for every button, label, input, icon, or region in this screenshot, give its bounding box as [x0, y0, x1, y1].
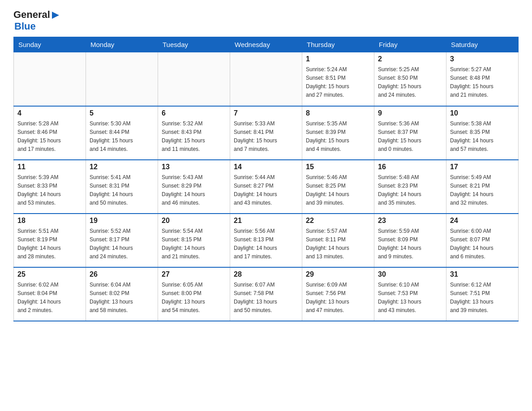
calendar-cell: 28Sunrise: 6:07 AM Sunset: 7:58 PM Dayli… [230, 267, 302, 321]
day-info: Sunrise: 5:46 AM Sunset: 8:25 PM Dayligh… [306, 174, 349, 206]
calendar-cell: 1Sunrise: 5:24 AM Sunset: 8:51 PM Daylig… [302, 52, 374, 106]
svg-marker-0 [52, 12, 59, 19]
day-number: 4 [17, 109, 82, 117]
day-number: 16 [378, 163, 442, 171]
calendar-cell: 11Sunrise: 5:39 AM Sunset: 8:33 PM Dayli… [14, 160, 86, 214]
day-info: Sunrise: 6:00 AM Sunset: 8:07 PM Dayligh… [450, 228, 493, 260]
day-number: 22 [306, 217, 370, 225]
day-info: Sunrise: 5:48 AM Sunset: 8:23 PM Dayligh… [378, 174, 421, 206]
day-number: 28 [234, 270, 298, 278]
day-number: 29 [306, 270, 370, 278]
weekday-header-saturday: Saturday [446, 37, 519, 52]
calendar-week-row: 11Sunrise: 5:39 AM Sunset: 8:33 PM Dayli… [14, 160, 519, 214]
day-number: 6 [162, 109, 226, 117]
weekday-header-wednesday: Wednesday [230, 37, 302, 52]
calendar-cell: 14Sunrise: 5:44 AM Sunset: 8:27 PM Dayli… [230, 160, 302, 214]
day-info: Sunrise: 5:36 AM Sunset: 8:37 PM Dayligh… [378, 120, 421, 152]
day-number: 30 [378, 270, 442, 278]
calendar-week-row: 18Sunrise: 5:51 AM Sunset: 8:19 PM Dayli… [14, 214, 519, 267]
calendar-week-row: 4Sunrise: 5:28 AM Sunset: 8:46 PM Daylig… [14, 106, 519, 160]
calendar-cell: 24Sunrise: 6:00 AM Sunset: 8:07 PM Dayli… [446, 214, 519, 267]
calendar-cell: 12Sunrise: 5:41 AM Sunset: 8:31 PM Dayli… [86, 160, 158, 214]
day-number: 8 [306, 109, 370, 117]
calendar-cell: 9Sunrise: 5:36 AM Sunset: 8:37 PM Daylig… [374, 106, 446, 160]
calendar-cell: 26Sunrise: 6:04 AM Sunset: 8:02 PM Dayli… [86, 267, 158, 321]
calendar-cell: 19Sunrise: 5:52 AM Sunset: 8:17 PM Dayli… [86, 214, 158, 267]
day-info: Sunrise: 5:56 AM Sunset: 8:13 PM Dayligh… [234, 228, 277, 260]
day-number: 19 [90, 217, 154, 225]
day-number: 11 [17, 163, 82, 171]
day-info: Sunrise: 5:41 AM Sunset: 8:31 PM Dayligh… [90, 174, 133, 206]
day-info: Sunrise: 6:07 AM Sunset: 7:58 PM Dayligh… [234, 282, 277, 313]
day-number: 27 [162, 270, 226, 278]
calendar-cell: 13Sunrise: 5:43 AM Sunset: 8:29 PM Dayli… [158, 160, 230, 214]
calendar-cell [230, 52, 302, 106]
calendar-cell: 25Sunrise: 6:02 AM Sunset: 8:04 PM Dayli… [14, 267, 86, 321]
calendar-cell: 3Sunrise: 5:27 AM Sunset: 8:48 PM Daylig… [446, 52, 519, 106]
day-number: 13 [162, 163, 226, 171]
day-info: Sunrise: 5:33 AM Sunset: 8:41 PM Dayligh… [234, 120, 277, 152]
day-info: Sunrise: 5:32 AM Sunset: 8:43 PM Dayligh… [162, 120, 205, 152]
day-number: 3 [450, 55, 515, 63]
day-number: 15 [306, 163, 370, 171]
weekday-header-thursday: Thursday [302, 37, 374, 52]
day-info: Sunrise: 5:24 AM Sunset: 8:51 PM Dayligh… [306, 66, 349, 98]
weekday-header-tuesday: Tuesday [158, 37, 230, 52]
day-info: Sunrise: 6:02 AM Sunset: 8:04 PM Dayligh… [17, 282, 61, 313]
day-number: 2 [378, 55, 442, 63]
calendar-cell: 4Sunrise: 5:28 AM Sunset: 8:46 PM Daylig… [14, 106, 86, 160]
day-info: Sunrise: 6:04 AM Sunset: 8:02 PM Dayligh… [90, 282, 133, 313]
page-header: General Blue [13, 9, 519, 32]
calendar-cell [86, 52, 158, 106]
weekday-header-sunday: Sunday [14, 37, 86, 52]
day-info: Sunrise: 5:38 AM Sunset: 8:35 PM Dayligh… [450, 120, 493, 152]
day-number: 5 [90, 109, 154, 117]
day-number: 9 [378, 109, 442, 117]
calendar-cell: 16Sunrise: 5:48 AM Sunset: 8:23 PM Dayli… [374, 160, 446, 214]
day-number: 17 [450, 163, 515, 171]
day-info: Sunrise: 6:09 AM Sunset: 7:56 PM Dayligh… [306, 282, 349, 313]
logo-general: General [13, 9, 50, 21]
calendar-cell: 21Sunrise: 5:56 AM Sunset: 8:13 PM Dayli… [230, 214, 302, 267]
day-number: 10 [450, 109, 515, 117]
day-number: 26 [90, 270, 154, 278]
day-info: Sunrise: 5:49 AM Sunset: 8:21 PM Dayligh… [450, 174, 493, 206]
calendar-cell: 31Sunrise: 6:12 AM Sunset: 7:51 PM Dayli… [446, 267, 519, 321]
calendar-cell: 7Sunrise: 5:33 AM Sunset: 8:41 PM Daylig… [230, 106, 302, 160]
day-number: 7 [234, 109, 298, 117]
calendar-cell: 8Sunrise: 5:35 AM Sunset: 8:39 PM Daylig… [302, 106, 374, 160]
weekday-header-monday: Monday [86, 37, 158, 52]
day-number: 20 [162, 217, 226, 225]
day-number: 12 [90, 163, 154, 171]
calendar-cell: 20Sunrise: 5:54 AM Sunset: 8:15 PM Dayli… [158, 214, 230, 267]
day-info: Sunrise: 5:39 AM Sunset: 8:33 PM Dayligh… [17, 174, 61, 206]
calendar-cell: 29Sunrise: 6:09 AM Sunset: 7:56 PM Dayli… [302, 267, 374, 321]
day-info: Sunrise: 6:12 AM Sunset: 7:51 PM Dayligh… [450, 282, 493, 313]
calendar-cell: 10Sunrise: 5:38 AM Sunset: 8:35 PM Dayli… [446, 106, 519, 160]
day-number: 24 [450, 217, 515, 225]
day-number: 31 [450, 270, 515, 278]
day-info: Sunrise: 5:28 AM Sunset: 8:46 PM Dayligh… [17, 120, 61, 152]
calendar-cell: 15Sunrise: 5:46 AM Sunset: 8:25 PM Dayli… [302, 160, 374, 214]
day-info: Sunrise: 5:27 AM Sunset: 8:48 PM Dayligh… [450, 66, 493, 98]
calendar-cell: 27Sunrise: 6:05 AM Sunset: 8:00 PM Dayli… [158, 267, 230, 321]
calendar-cell: 6Sunrise: 5:32 AM Sunset: 8:43 PM Daylig… [158, 106, 230, 160]
day-info: Sunrise: 5:25 AM Sunset: 8:50 PM Dayligh… [378, 66, 421, 98]
calendar-cell: 2Sunrise: 5:25 AM Sunset: 8:50 PM Daylig… [374, 52, 446, 106]
day-info: Sunrise: 5:57 AM Sunset: 8:11 PM Dayligh… [306, 228, 349, 260]
day-info: Sunrise: 6:10 AM Sunset: 7:53 PM Dayligh… [378, 282, 421, 313]
calendar-cell: 5Sunrise: 5:30 AM Sunset: 8:44 PM Daylig… [86, 106, 158, 160]
day-info: Sunrise: 5:30 AM Sunset: 8:44 PM Dayligh… [90, 120, 133, 152]
calendar-cell: 18Sunrise: 5:51 AM Sunset: 8:19 PM Dayli… [14, 214, 86, 267]
day-number: 21 [234, 217, 298, 225]
day-info: Sunrise: 5:44 AM Sunset: 8:27 PM Dayligh… [234, 174, 277, 206]
calendar-cell: 22Sunrise: 5:57 AM Sunset: 8:11 PM Dayli… [302, 214, 374, 267]
day-number: 1 [306, 55, 370, 63]
weekday-header-friday: Friday [374, 37, 446, 52]
calendar-cell: 23Sunrise: 5:59 AM Sunset: 8:09 PM Dayli… [374, 214, 446, 267]
calendar-week-row: 25Sunrise: 6:02 AM Sunset: 8:04 PM Dayli… [14, 267, 519, 321]
day-info: Sunrise: 5:51 AM Sunset: 8:19 PM Dayligh… [17, 228, 61, 260]
day-info: Sunrise: 5:52 AM Sunset: 8:17 PM Dayligh… [90, 228, 133, 260]
day-number: 25 [17, 270, 82, 278]
day-info: Sunrise: 5:54 AM Sunset: 8:15 PM Dayligh… [162, 228, 205, 260]
